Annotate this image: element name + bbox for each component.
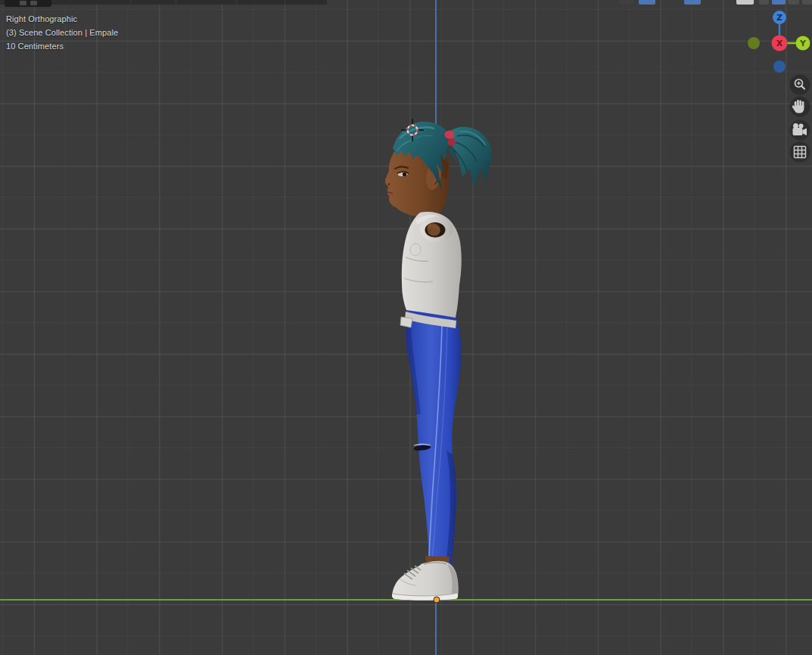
header-toggle-8[interactable] bbox=[802, 0, 812, 5]
gizmo-axis-neg-z[interactable] bbox=[773, 61, 786, 73]
view-mode-label: Right Orthographic bbox=[6, 12, 118, 26]
header-toggle-6[interactable] bbox=[772, 0, 786, 5]
header-toggle-2[interactable] bbox=[639, 0, 655, 5]
viewport-text-overlay: Right Orthographic (3) Scene Collection … bbox=[6, 12, 118, 53]
belt-tab bbox=[400, 317, 412, 328]
header-toggle-3[interactable] bbox=[684, 0, 701, 5]
header-toggle-7[interactable] bbox=[788, 0, 799, 5]
header-toggle-1[interactable] bbox=[619, 0, 634, 5]
zoom-button[interactable] bbox=[790, 75, 810, 95]
header-partial-widget[interactable] bbox=[5, 0, 51, 7]
shirt bbox=[400, 212, 462, 328]
gizmo-axis-x[interactable]: X bbox=[772, 36, 788, 51]
pan-button[interactable] bbox=[790, 97, 810, 117]
3d-viewport[interactable]: Z Y X bbox=[0, 0, 812, 655]
header-toggle-5[interactable] bbox=[759, 0, 769, 5]
object-origin[interactable] bbox=[434, 597, 440, 603]
pants bbox=[406, 310, 461, 567]
camera-view-button[interactable] bbox=[790, 120, 810, 141]
svg-text:Y: Y bbox=[799, 39, 807, 48]
viewport-nav-buttons bbox=[790, 75, 810, 163]
navigation-gizmo[interactable]: Z Y X bbox=[748, 11, 810, 73]
grid-scale-label: 10 Centimeters bbox=[6, 39, 118, 53]
gizmo-axis-y[interactable]: Y bbox=[796, 36, 810, 51]
svg-text:X: X bbox=[776, 39, 783, 48]
scene-layer: Z Y X bbox=[0, 0, 812, 655]
nostril bbox=[388, 183, 390, 185]
gizmo-axis-neg-y[interactable] bbox=[748, 37, 760, 49]
hair-tie bbox=[445, 131, 455, 139]
sneaker bbox=[392, 561, 459, 601]
gizmo-axis-z[interactable]: Z bbox=[773, 11, 786, 24]
projection-toggle-button[interactable] bbox=[790, 142, 810, 163]
header-toggle-4[interactable] bbox=[736, 0, 754, 5]
svg-text:Z: Z bbox=[776, 13, 782, 23]
pupil bbox=[403, 172, 406, 176]
scene-context-label: (3) Scene Collection | Empale bbox=[6, 26, 118, 39]
character-model[interactable] bbox=[385, 122, 492, 601]
